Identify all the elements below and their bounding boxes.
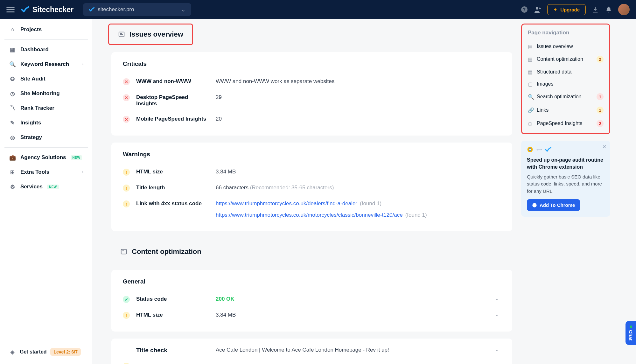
nav-images[interactable]: ▢Images [528,78,604,90]
tools-icon: ⊞ [9,169,16,176]
brand-logo[interactable]: Sitechecker [21,5,73,14]
4xx-link[interactable]: https://www.triumphmotorcycles.co.uk/mot… [216,212,403,218]
critical-icon: ✕ [123,94,130,101]
topbar-actions: ? Upgrade [521,4,630,15]
bell-icon[interactable] [605,6,612,13]
report-icon [118,31,125,38]
audit-icon: ✪ [9,75,16,82]
close-icon[interactable]: ✕ [602,144,606,150]
svg-point-14 [532,203,536,207]
target-icon: ◎ [9,134,16,141]
nav-pagespeed[interactable]: ◷PageSpeed Insights2 [528,117,604,130]
wand-icon: ✎ [9,119,16,126]
avatar[interactable] [618,4,630,15]
critical-row[interactable]: ✕ WWW and non-WWW WWW and non-WWW work a… [123,74,501,90]
image-icon: ▢ [528,81,534,87]
main-content: Issues overview Criticals ✕ WWW and non-… [92,19,636,364]
upgrade-button[interactable]: Upgrade [547,4,586,15]
arrow-icon: ⟷ [536,147,542,152]
nav-structured-data[interactable]: ▤Structured data [528,66,604,78]
sidebar-item-dashboard[interactable]: ▦Dashboard [0,42,92,57]
warning-icon: ! [123,363,130,364]
chevron-down-icon[interactable]: ⌄ [493,312,501,317]
add-to-chrome-button[interactable]: Add To Chrome [527,199,580,211]
diamond-icon: ◈ [9,348,16,355]
promo-icons: ⟷ [527,146,605,153]
monitor-icon: ◷ [9,90,16,97]
issues-overview-header: Issues overview [108,24,193,45]
criticals-card: Criticals ✕ WWW and non-WWW WWW and non-… [111,52,512,136]
warnings-card: Warnings ! HTML size 3.84 MB ! Title len… [111,143,512,231]
critical-row[interactable]: ✕ Desktop PageSpeed Insights 29 [123,90,501,111]
chevron-down-icon[interactable]: ⌄ [493,347,501,352]
grid-icon: ▦ [9,46,16,53]
promo-desc: Quickly gather basic SEO data like statu… [527,173,605,195]
svg-text:?: ? [523,7,526,12]
general-row[interactable]: ! HTML size 3.84 MB ⌄ [123,307,501,323]
divider [4,147,88,148]
warning-icon: ! [123,185,130,192]
critical-row[interactable]: ✕ Mobile PageSpeed Insights 20 [123,111,501,127]
topbar: Sitechecker sitechecker.pro ⌄ ? Upgrade [0,0,636,19]
page-navigation-card: Page navigation ▤Issues overview ▤Conten… [521,24,610,134]
sidebar-item-keyword-research[interactable]: 🔍Keyword Research› [0,57,92,72]
warning-row[interactable]: ! HTML size 3.84 MB [123,164,501,180]
brand-text: Sitechecker [32,5,73,14]
nav-issues-overview[interactable]: ▤Issues overview [528,40,604,52]
svg-point-13 [529,149,531,150]
sidebar-item-insights[interactable]: ✎Insights [0,116,92,130]
warning-row[interactable]: ! Link with 4xx status code https://www.… [123,196,501,223]
general-row[interactable]: ✓ Status code 200 OK ⌄ [123,291,501,307]
search-icon: 🔍 [9,61,16,68]
right-column: Page navigation ▤Issues overview ▤Conten… [521,19,610,364]
sidebar-item-agency[interactable]: 💼Agency SolutionsNEW [0,150,92,165]
download-icon[interactable] [591,6,599,13]
title-check-row[interactable]: Title check Ace Cafe London | Welcome to… [123,347,501,358]
nav-search-optimization[interactable]: 🔍Search optimization1 [528,90,604,103]
sidebar-item-site-monitoring[interactable]: ◷Site Monitoring [0,86,92,101]
bolt-icon [553,7,558,12]
sitechecker-mark-small-icon [89,7,94,12]
divider [4,39,88,40]
nav-links[interactable]: 🔗Links1 [528,103,604,117]
search-icon: 🔍 [528,94,534,100]
help-icon[interactable]: ? [521,6,528,13]
chrome-icon [532,203,537,208]
services-icon: ⚙ [9,183,16,190]
sidebar-item-services[interactable]: ⚙ServicesNEW [0,179,92,194]
site-selector[interactable]: sitechecker.pro ⌄ [83,3,191,16]
warnings-title: Warnings [123,151,501,158]
site-selected-label: sitechecker.pro [98,6,134,13]
sidebar-item-strategy[interactable]: ◎Strategy [0,130,92,145]
menu-toggle[interactable] [6,7,15,12]
chrome-extension-promo: ✕ ⟷ Speed up on-page audit routine with … [521,141,610,217]
warning-row[interactable]: ! Title length 66 characters (Recommende… [123,180,501,196]
sidebar: ⌂Projects ▦Dashboard 🔍Keyword Research› … [0,19,92,364]
add-user-icon[interactable] [534,6,542,13]
trend-icon: 〽 [9,105,16,112]
nav-content-optimization[interactable]: ▤Content optimization2 [528,52,604,66]
sitechecker-mark-icon [545,147,551,152]
get-started[interactable]: ◈ Get started Level 2: 6/7 [0,343,92,361]
link-icon: 🔗 [528,107,534,113]
level-badge: Level 2: 6/7 [50,348,81,356]
code-icon: ▤ [528,69,534,75]
warning-icon: ! [123,312,130,319]
home-icon: ⌂ [9,26,16,33]
svg-point-2 [536,7,538,10]
sidebar-item-extra-tools[interactable]: ⊞Extra Tools› [0,165,92,179]
chat-tab[interactable]: Chat [626,321,636,345]
chevron-down-icon[interactable]: ⌄ [493,296,501,301]
sidebar-item-site-audit[interactable]: ✪Site Audit [0,72,92,86]
report-icon: ▤ [528,56,534,62]
sidebar-item-rank-tracker[interactable]: 〽Rank Tracker [0,101,92,116]
promo-title: Speed up on-page audit routine with Chro… [527,157,605,171]
criticals-title: Criticals [123,60,501,67]
warning-icon: ! [123,200,130,207]
title-length-row[interactable]: ! Title length 66 characters (Recommende… [123,358,501,364]
sidebar-item-projects[interactable]: ⌂Projects [0,22,92,37]
4xx-link[interactable]: https://www.triumphmotorcycles.co.uk/dea… [216,200,357,206]
ok-icon: ✓ [123,296,130,303]
chrome-icon [527,146,533,153]
chevron-down-icon: ⌄ [181,6,185,13]
